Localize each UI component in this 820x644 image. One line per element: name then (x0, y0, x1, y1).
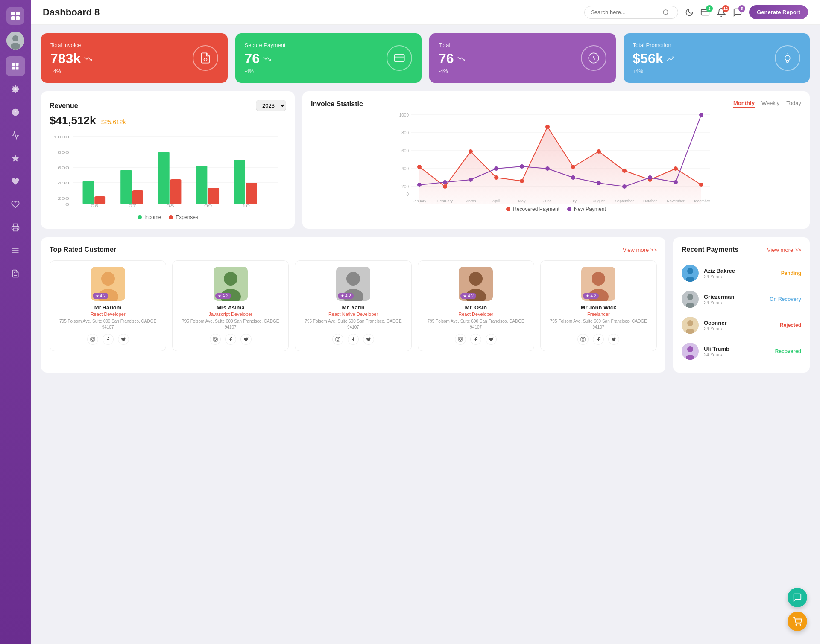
payment-status-2: Rejected (780, 322, 801, 328)
facebook-icon-3[interactable] (470, 334, 481, 345)
customer-socials-2 (299, 334, 407, 345)
twitter-icon-0[interactable] (118, 334, 129, 345)
facebook-icon-0[interactable] (102, 334, 114, 345)
svg-text:0: 0 (65, 202, 69, 207)
svg-line-22 (667, 14, 668, 15)
messages-btn[interactable]: 5 (733, 8, 742, 17)
total-promotion-icon (775, 45, 800, 71)
tab-monthly[interactable]: Monthly (733, 100, 755, 108)
svg-point-75 (622, 169, 627, 173)
total-invoice-icon (193, 45, 218, 71)
svg-rect-41 (94, 196, 105, 204)
customer-name-4: Mr.John Wick (545, 304, 652, 311)
customer-role-1: Javascript Developer (177, 312, 284, 317)
customer-rating-2: ★4.2 (338, 293, 354, 299)
user-avatar[interactable] (6, 32, 24, 50)
instagram-icon-3[interactable] (455, 334, 466, 345)
facebook-icon-2[interactable] (348, 334, 359, 345)
notifications-btn[interactable]: 12 (717, 8, 726, 17)
twitter-icon-1[interactable] (240, 334, 252, 345)
twitter-icon-4[interactable] (608, 334, 619, 345)
stat-card-total-promotion: Total Promotion $56k +4% (624, 33, 810, 83)
facebook-icon-1[interactable] (225, 334, 236, 345)
payments-view-more[interactable]: View more >> (767, 247, 801, 253)
stat-card-secure-payment: Secure Payment 76 -4% (235, 33, 422, 83)
svg-text:800: 800 (401, 131, 409, 135)
revenue-legend: Income Expenses (50, 214, 286, 220)
year-select[interactable]: 2023 2022 2021 (256, 100, 286, 111)
sidebar-item-analytics[interactable] (6, 125, 25, 145)
sidebar-item-star[interactable] (6, 149, 25, 168)
sidebar-item-favorites[interactable] (6, 172, 25, 191)
customer-role-3: React Developer (422, 312, 530, 317)
customer-rating-3: ★4.2 (460, 293, 476, 299)
customer-socials-3 (422, 334, 530, 345)
search-input[interactable] (591, 9, 659, 15)
sidebar-item-menu[interactable] (6, 241, 25, 260)
sidebar-item-reports[interactable] (6, 264, 25, 283)
dark-mode-toggle[interactable] (685, 8, 694, 17)
svg-text:October: October (643, 199, 657, 203)
svg-text:07: 07 (129, 204, 136, 208)
svg-rect-53 (246, 183, 257, 204)
total-value: 76 (439, 51, 465, 67)
wallet-icon-btn[interactable]: 2 (700, 8, 710, 17)
page-title: Dashboard 8 (43, 7, 577, 18)
svg-rect-1 (16, 12, 20, 15)
invoice-chart-card: Invoice Statistic Monthly Weekly Today (302, 91, 810, 229)
svg-text:July: July (570, 199, 577, 203)
revenue-sub: $25,612k (101, 119, 126, 125)
instagram-icon-1[interactable] (210, 334, 221, 345)
sidebar-logo[interactable] (6, 7, 24, 25)
svg-text:September: September (615, 199, 634, 203)
payment-avatar-3 (682, 343, 699, 360)
payments-title: Recent Payments (682, 246, 738, 254)
payment-item-2: Oconner 24 Years Rejected (682, 312, 801, 338)
total-promotion-value: $56k (633, 51, 674, 67)
customers-view-more[interactable]: View more >> (623, 247, 657, 253)
svg-text:November: November (667, 199, 685, 203)
svg-point-125 (460, 338, 462, 341)
sidebar-item-wishlist[interactable] (6, 195, 25, 214)
tab-weekly[interactable]: Weekly (761, 100, 779, 108)
total-icon (581, 45, 606, 71)
svg-point-86 (597, 181, 601, 185)
fab-container (788, 588, 807, 631)
instagram-icon-2[interactable] (332, 334, 343, 345)
revenue-chart-title: Revenue (50, 102, 78, 110)
svg-point-146 (800, 624, 801, 625)
customer-card-1: ★4.2 Mrs.Asima Javascript Developer 795 … (172, 260, 289, 351)
total-invoice-value: 783k (50, 51, 92, 67)
svg-text:June: June (543, 199, 552, 203)
income-legend-label: Income (144, 214, 161, 220)
svg-rect-124 (458, 337, 463, 341)
invoice-chart-title: Invoice Statistic (311, 100, 363, 108)
sidebar-item-info[interactable] (6, 102, 25, 122)
payment-item-0: Aziz Bakree 24 Years Pending (682, 260, 801, 286)
instagram-icon-0[interactable] (87, 334, 98, 345)
secure-payment-icon (387, 45, 412, 71)
twitter-icon-2[interactable] (363, 334, 374, 345)
cart-fab[interactable] (788, 612, 807, 631)
content: Total invoice 783k +4% Secure Payment 76 (31, 25, 820, 381)
svg-point-128 (592, 272, 605, 286)
payment-avatar-0 (682, 265, 699, 282)
total-invoice-label: Total invoice (50, 42, 92, 48)
instagram-icon-4[interactable] (577, 334, 589, 345)
sidebar-item-settings[interactable] (6, 79, 25, 99)
generate-report-button[interactable]: Generate Report (749, 5, 808, 19)
sidebar-item-dashboard[interactable] (6, 56, 25, 76)
sidebar-item-print[interactable] (6, 218, 25, 237)
top-customers-card: Top Rated Customer View more >> ★4.2 Mr.… (41, 237, 665, 373)
customer-photo-2: ★4.2 (336, 267, 370, 301)
customer-address-2: 795 Folsom Ave, Suite 600 San Francisco,… (299, 318, 407, 330)
support-fab[interactable] (788, 588, 807, 607)
facebook-icon-4[interactable] (593, 334, 604, 345)
twitter-icon-3[interactable] (486, 334, 497, 345)
svg-rect-118 (336, 337, 340, 341)
payment-item-3: Uli Trumb 24 Years Recovered (682, 338, 801, 364)
svg-point-68 (443, 184, 447, 189)
svg-point-80 (443, 180, 447, 184)
tab-today[interactable]: Today (786, 100, 801, 108)
svg-point-85 (571, 175, 575, 180)
